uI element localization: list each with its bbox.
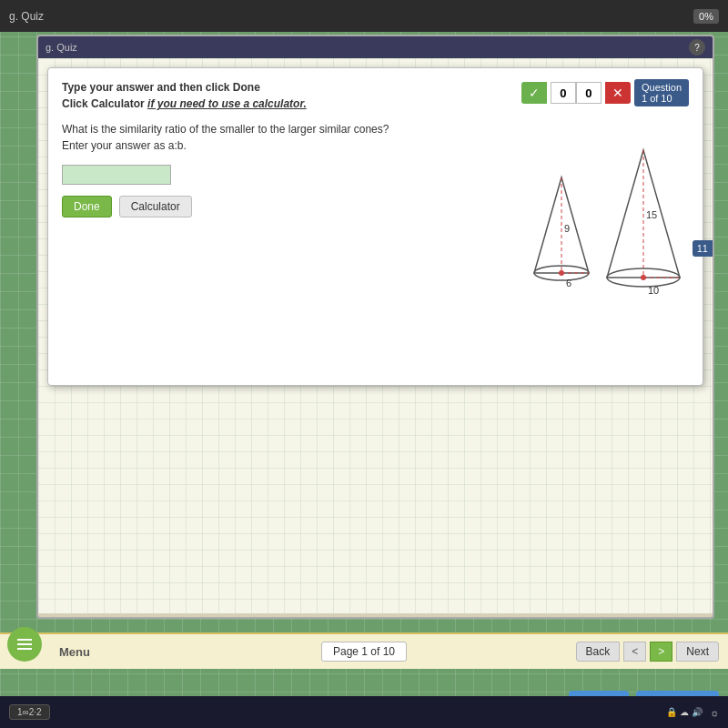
answer-input[interactable] bbox=[62, 165, 171, 185]
correct-count: 0 bbox=[551, 82, 576, 104]
next-button[interactable]: Next bbox=[676, 642, 719, 662]
svg-text:10: 10 bbox=[648, 285, 659, 296]
calculator-button[interactable]: Calculator bbox=[119, 196, 192, 217]
nav-right-controls: Back < > Next bbox=[576, 642, 719, 662]
side-badge: 11 bbox=[693, 240, 713, 257]
titlebar-icons: ? bbox=[689, 39, 705, 56]
quiz-window: g. Quiz ? Type your answer and then clic… bbox=[36, 35, 714, 619]
prev-button[interactable]: < bbox=[623, 642, 646, 662]
progress-percent: 0% bbox=[693, 9, 719, 24]
hamburger-icon bbox=[17, 639, 32, 650]
quiz-title: g. Quiz bbox=[46, 42, 77, 53]
taskbar: 1∞2∙2 🔒 ☁ 🔊 ☼ bbox=[0, 696, 728, 728]
done-button[interactable]: Done bbox=[62, 196, 112, 217]
page-info: Page 1 of 10 bbox=[321, 642, 407, 662]
navigation-bar: Menu Page 1 of 10 Back < > Next bbox=[0, 632, 728, 669]
score-area: ✓ 0 0 ✕ Question 1 of 10 bbox=[521, 79, 689, 106]
taskbar-icons: 🔒 ☁ 🔊 bbox=[666, 707, 703, 717]
taskbar-app[interactable]: 1∞2∙2 bbox=[9, 704, 50, 720]
svg-text:9: 9 bbox=[564, 223, 570, 234]
svg-text:6: 6 bbox=[566, 278, 571, 288]
cones-svg: 9 6 15 bbox=[507, 132, 689, 314]
back-button[interactable]: Back bbox=[576, 642, 621, 662]
help-icon[interactable]: ? bbox=[689, 39, 705, 56]
question-badge: Question 1 of 10 bbox=[634, 79, 689, 106]
svg-point-13 bbox=[641, 275, 646, 280]
taskbar-clock: ☼ bbox=[710, 707, 719, 718]
quiz-titlebar: g. Quiz ? bbox=[38, 36, 713, 58]
svg-text:15: 15 bbox=[646, 209, 657, 220]
x-icon: ✕ bbox=[605, 82, 631, 104]
taskbar-system: 🔒 ☁ 🔊 ☼ bbox=[666, 707, 719, 718]
calc-bold: Calculator bbox=[91, 97, 145, 110]
app-title: g. Quiz bbox=[9, 10, 44, 23]
cone-diagram: 9 6 15 bbox=[507, 132, 689, 314]
next-arrow-button[interactable]: > bbox=[650, 642, 672, 662]
quiz-content-area: Type your answer and then click Done Cli… bbox=[38, 58, 713, 613]
quiz-modal: Type your answer and then click Done Cli… bbox=[47, 67, 703, 386]
incorrect-count: 0 bbox=[576, 82, 602, 104]
score-numbers: 0 0 bbox=[551, 82, 602, 104]
menu-icon-button[interactable] bbox=[7, 627, 42, 662]
check-icon: ✓ bbox=[521, 82, 547, 104]
menu-label[interactable]: Menu bbox=[59, 645, 90, 659]
top-bar: g. Quiz 0% bbox=[0, 0, 728, 32]
svg-point-6 bbox=[559, 270, 564, 276]
